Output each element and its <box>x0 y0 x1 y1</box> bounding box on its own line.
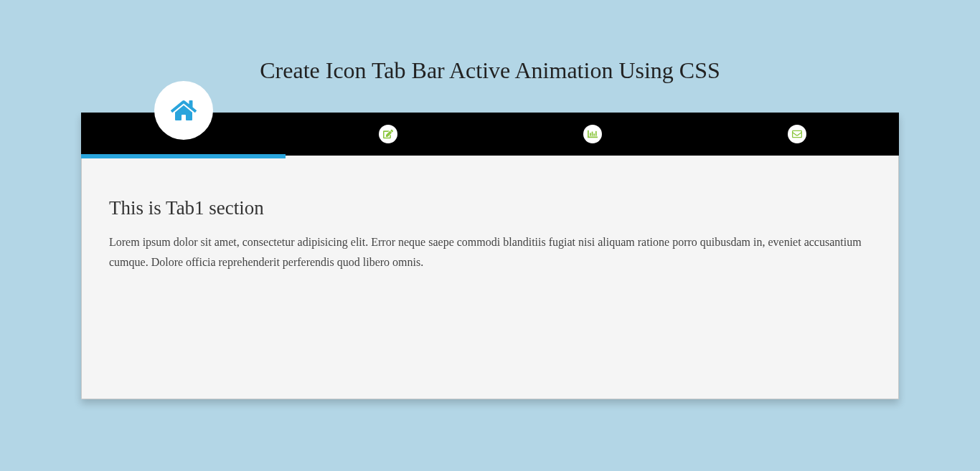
content-heading: This is Tab1 section <box>109 197 871 219</box>
tabbar <box>81 113 899 156</box>
tab-edit[interactable] <box>286 113 490 156</box>
page-title: Create Icon Tab Bar Active Animation Usi… <box>0 0 980 113</box>
active-tab-indicator <box>81 154 286 158</box>
tab-chart[interactable] <box>490 113 694 156</box>
content-body: Lorem ipsum dolor sit amet, consectetur … <box>109 232 871 272</box>
tab-envelope[interactable] <box>694 113 899 156</box>
tab-home[interactable] <box>81 113 286 156</box>
edit-icon <box>379 125 397 143</box>
tab-content-panel: This is Tab1 section Lorem ipsum dolor s… <box>81 156 899 399</box>
chart-icon <box>583 125 602 143</box>
tab-card: This is Tab1 section Lorem ipsum dolor s… <box>81 113 899 399</box>
envelope-icon <box>788 125 806 143</box>
home-icon <box>154 81 213 140</box>
